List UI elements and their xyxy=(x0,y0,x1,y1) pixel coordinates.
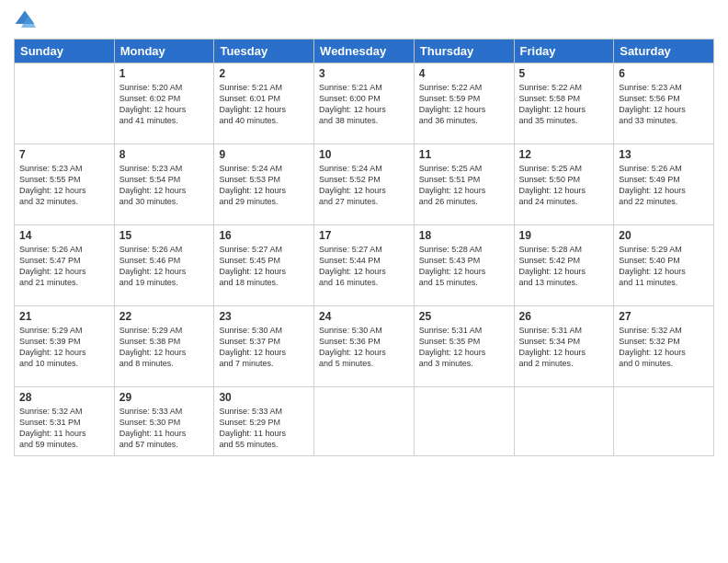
cell-text: Sunrise: 5:23 AM Sunset: 5:54 PM Dayligh… xyxy=(119,163,210,208)
day-number: 2 xyxy=(219,67,309,80)
day-number: 26 xyxy=(519,310,609,323)
day-number: 30 xyxy=(219,391,309,404)
calendar-cell: 19Sunrise: 5:28 AM Sunset: 5:42 PM Dayli… xyxy=(514,225,614,306)
cell-text: Sunrise: 5:27 AM Sunset: 5:45 PM Dayligh… xyxy=(219,244,309,289)
cell-text: Sunrise: 5:31 AM Sunset: 5:35 PM Dayligh… xyxy=(419,325,509,370)
logo xyxy=(14,9,40,31)
day-number: 18 xyxy=(419,229,509,242)
day-number: 14 xyxy=(19,229,109,242)
calendar-cell: 24Sunrise: 5:30 AM Sunset: 5:36 PM Dayli… xyxy=(314,306,415,387)
cell-text: Sunrise: 5:29 AM Sunset: 5:40 PM Dayligh… xyxy=(619,244,709,289)
calendar-cell: 15Sunrise: 5:26 AM Sunset: 5:46 PM Dayli… xyxy=(114,225,214,306)
calendar-cell: 8Sunrise: 5:23 AM Sunset: 5:54 PM Daylig… xyxy=(114,144,214,225)
calendar-cell xyxy=(414,387,514,456)
day-number: 16 xyxy=(219,229,309,242)
day-number: 28 xyxy=(19,391,109,404)
calendar-cell: 7Sunrise: 5:23 AM Sunset: 5:55 PM Daylig… xyxy=(15,144,115,225)
calendar-cell: 28Sunrise: 5:32 AM Sunset: 5:31 PM Dayli… xyxy=(15,387,115,456)
weekday-header-saturday: Saturday xyxy=(614,40,714,63)
cell-text: Sunrise: 5:26 AM Sunset: 5:46 PM Dayligh… xyxy=(119,244,210,289)
calendar-cell: 30Sunrise: 5:33 AM Sunset: 5:29 PM Dayli… xyxy=(214,387,314,456)
cell-text: Sunrise: 5:22 AM Sunset: 5:58 PM Dayligh… xyxy=(519,82,609,127)
calendar-cell: 4Sunrise: 5:22 AM Sunset: 5:59 PM Daylig… xyxy=(414,63,514,144)
day-number: 23 xyxy=(219,310,309,323)
cell-text: Sunrise: 5:26 AM Sunset: 5:49 PM Dayligh… xyxy=(619,163,709,208)
weekday-header-monday: Monday xyxy=(114,40,214,63)
calendar-cell: 27Sunrise: 5:32 AM Sunset: 5:32 PM Dayli… xyxy=(614,306,714,387)
calendar-cell: 2Sunrise: 5:21 AM Sunset: 6:01 PM Daylig… xyxy=(214,63,314,144)
day-number: 13 xyxy=(619,148,709,161)
day-number: 27 xyxy=(619,310,709,323)
week-row-5: 28Sunrise: 5:32 AM Sunset: 5:31 PM Dayli… xyxy=(15,387,714,456)
week-row-3: 14Sunrise: 5:26 AM Sunset: 5:47 PM Dayli… xyxy=(15,225,714,306)
calendar-cell xyxy=(15,63,115,144)
calendar-cell: 10Sunrise: 5:24 AM Sunset: 5:52 PM Dayli… xyxy=(314,144,415,225)
logo-icon xyxy=(14,9,36,31)
cell-text: Sunrise: 5:24 AM Sunset: 5:52 PM Dayligh… xyxy=(319,163,409,208)
day-number: 25 xyxy=(419,310,509,323)
day-number: 8 xyxy=(119,148,210,161)
calendar-cell: 17Sunrise: 5:27 AM Sunset: 5:44 PM Dayli… xyxy=(314,225,415,306)
weekday-header-friday: Friday xyxy=(514,40,614,63)
cell-text: Sunrise: 5:23 AM Sunset: 5:55 PM Dayligh… xyxy=(19,163,109,208)
cell-text: Sunrise: 5:21 AM Sunset: 6:00 PM Dayligh… xyxy=(319,82,409,127)
cell-text: Sunrise: 5:31 AM Sunset: 5:34 PM Dayligh… xyxy=(519,325,609,370)
day-number: 6 xyxy=(619,67,709,80)
day-number: 10 xyxy=(319,148,409,161)
week-row-1: 1Sunrise: 5:20 AM Sunset: 6:02 PM Daylig… xyxy=(15,63,714,144)
weekday-header-row: SundayMondayTuesdayWednesdayThursdayFrid… xyxy=(15,40,714,63)
cell-text: Sunrise: 5:29 AM Sunset: 5:39 PM Dayligh… xyxy=(19,325,109,370)
page: SundayMondayTuesdayWednesdayThursdayFrid… xyxy=(0,0,728,563)
calendar-cell: 5Sunrise: 5:22 AM Sunset: 5:58 PM Daylig… xyxy=(514,63,614,144)
cell-text: Sunrise: 5:32 AM Sunset: 5:31 PM Dayligh… xyxy=(19,406,109,451)
day-number: 21 xyxy=(19,310,109,323)
cell-text: Sunrise: 5:26 AM Sunset: 5:47 PM Dayligh… xyxy=(19,244,109,289)
calendar-cell xyxy=(314,387,415,456)
day-number: 11 xyxy=(419,148,509,161)
calendar-cell xyxy=(614,387,714,456)
calendar-cell: 21Sunrise: 5:29 AM Sunset: 5:39 PM Dayli… xyxy=(15,306,115,387)
cell-text: Sunrise: 5:30 AM Sunset: 5:36 PM Dayligh… xyxy=(319,325,409,370)
calendar-cell xyxy=(514,387,614,456)
weekday-header-tuesday: Tuesday xyxy=(214,40,314,63)
cell-text: Sunrise: 5:27 AM Sunset: 5:44 PM Dayligh… xyxy=(319,244,409,289)
day-number: 15 xyxy=(119,229,210,242)
cell-text: Sunrise: 5:32 AM Sunset: 5:32 PM Dayligh… xyxy=(619,325,709,370)
cell-text: Sunrise: 5:21 AM Sunset: 6:01 PM Dayligh… xyxy=(219,82,309,127)
calendar-cell: 18Sunrise: 5:28 AM Sunset: 5:43 PM Dayli… xyxy=(414,225,514,306)
calendar-cell: 3Sunrise: 5:21 AM Sunset: 6:00 PM Daylig… xyxy=(314,63,415,144)
day-number: 20 xyxy=(619,229,709,242)
day-number: 7 xyxy=(19,148,109,161)
calendar-table: SundayMondayTuesdayWednesdayThursdayFrid… xyxy=(14,39,714,456)
calendar-cell: 26Sunrise: 5:31 AM Sunset: 5:34 PM Dayli… xyxy=(514,306,614,387)
calendar-cell: 16Sunrise: 5:27 AM Sunset: 5:45 PM Dayli… xyxy=(214,225,314,306)
calendar-cell: 29Sunrise: 5:33 AM Sunset: 5:30 PM Dayli… xyxy=(114,387,214,456)
cell-text: Sunrise: 5:29 AM Sunset: 5:38 PM Dayligh… xyxy=(119,325,210,370)
day-number: 17 xyxy=(319,229,409,242)
week-row-4: 21Sunrise: 5:29 AM Sunset: 5:39 PM Dayli… xyxy=(15,306,714,387)
cell-text: Sunrise: 5:22 AM Sunset: 5:59 PM Dayligh… xyxy=(419,82,509,127)
cell-text: Sunrise: 5:28 AM Sunset: 5:42 PM Dayligh… xyxy=(519,244,609,289)
weekday-header-sunday: Sunday xyxy=(15,40,115,63)
cell-text: Sunrise: 5:24 AM Sunset: 5:53 PM Dayligh… xyxy=(219,163,309,208)
cell-text: Sunrise: 5:30 AM Sunset: 5:37 PM Dayligh… xyxy=(219,325,309,370)
weekday-header-thursday: Thursday xyxy=(414,40,514,63)
calendar-cell: 22Sunrise: 5:29 AM Sunset: 5:38 PM Dayli… xyxy=(114,306,214,387)
header xyxy=(14,9,714,31)
cell-text: Sunrise: 5:33 AM Sunset: 5:29 PM Dayligh… xyxy=(219,406,309,451)
day-number: 12 xyxy=(519,148,609,161)
calendar-cell: 25Sunrise: 5:31 AM Sunset: 5:35 PM Dayli… xyxy=(414,306,514,387)
calendar-cell: 6Sunrise: 5:23 AM Sunset: 5:56 PM Daylig… xyxy=(614,63,714,144)
day-number: 19 xyxy=(519,229,609,242)
weekday-header-wednesday: Wednesday xyxy=(314,40,415,63)
calendar-cell: 23Sunrise: 5:30 AM Sunset: 5:37 PM Dayli… xyxy=(214,306,314,387)
calendar-cell: 12Sunrise: 5:25 AM Sunset: 5:50 PM Dayli… xyxy=(514,144,614,225)
calendar-cell: 9Sunrise: 5:24 AM Sunset: 5:53 PM Daylig… xyxy=(214,144,314,225)
calendar-cell: 14Sunrise: 5:26 AM Sunset: 5:47 PM Dayli… xyxy=(15,225,115,306)
calendar-cell: 1Sunrise: 5:20 AM Sunset: 6:02 PM Daylig… xyxy=(114,63,214,144)
cell-text: Sunrise: 5:28 AM Sunset: 5:43 PM Dayligh… xyxy=(419,244,509,289)
cell-text: Sunrise: 5:33 AM Sunset: 5:30 PM Dayligh… xyxy=(119,406,210,451)
day-number: 29 xyxy=(119,391,210,404)
day-number: 4 xyxy=(419,67,509,80)
cell-text: Sunrise: 5:25 AM Sunset: 5:50 PM Dayligh… xyxy=(519,163,609,208)
